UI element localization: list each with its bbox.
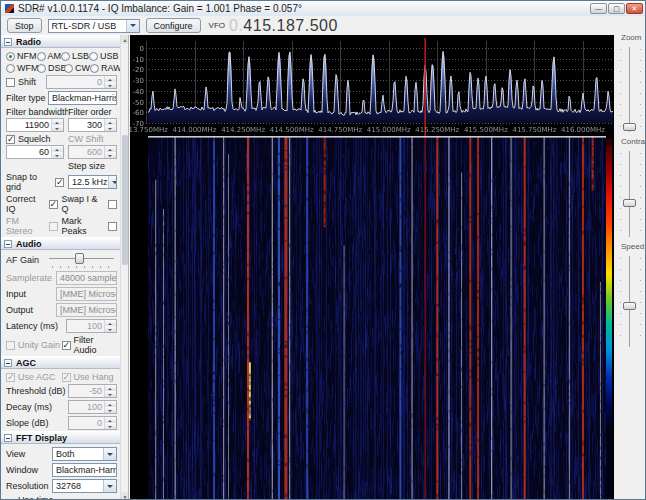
checkbox-icon[interactable] [108, 222, 117, 231]
squelch-input[interactable]: 60 [6, 145, 64, 159]
frequency-display[interactable]: 0.415.187.500 [229, 18, 338, 33]
squelch-checkbox[interactable]: Squelch [6, 134, 68, 144]
slider-thumb[interactable] [623, 123, 636, 131]
mode-lsb[interactable]: LSB [61, 51, 89, 61]
checkbox-icon [6, 373, 15, 382]
cw-shift-input[interactable]: 600 [68, 145, 117, 159]
samplerate-label: Samplerate [6, 273, 56, 283]
radio-icon[interactable] [6, 52, 15, 61]
agc-group-header[interactable]: AGC [1, 356, 121, 369]
radio-icon[interactable] [89, 52, 98, 61]
audio-group-header[interactable]: Audio [1, 237, 121, 250]
checkbox-icon[interactable] [49, 200, 58, 209]
checkbox-icon[interactable] [55, 178, 64, 187]
scroll-down-icon[interactable]: ▼ [121, 492, 129, 500]
collapse-icon[interactable] [4, 240, 12, 248]
mode-am[interactable]: AM [37, 51, 62, 61]
resolution-label: Resolution [6, 481, 52, 491]
contrast-slider[interactable] [623, 151, 637, 237]
collapse-icon[interactable] [4, 434, 12, 442]
checkbox-icon[interactable] [108, 200, 117, 209]
view-select[interactable]: Both [52, 447, 117, 461]
shift-input[interactable]: 0 [46, 75, 117, 89]
mode-nfm[interactable]: NFM [6, 51, 37, 61]
filter-bandwidth-label: Filter bandwidth [6, 107, 68, 117]
audio-input-select: [MME] Microsoft Sound [56, 287, 117, 301]
title-bar[interactable]: SDR# v1.0.0.1174 - IQ Imbalance: Gain = … [1, 1, 645, 16]
configure-button[interactable]: Configure [146, 18, 201, 33]
app-icon [5, 4, 14, 13]
scrollbar-thumb[interactable] [122, 135, 128, 265]
waterfall-display[interactable] [130, 136, 614, 500]
spectrum-plot[interactable] [130, 35, 614, 136]
radio-icon[interactable] [90, 64, 99, 73]
chevron-down-icon[interactable] [103, 480, 116, 492]
filter-order-input[interactable]: 300 [68, 118, 117, 132]
filter-type-select[interactable]: Blackman-Harris 4 [48, 91, 117, 105]
chevron-down-icon[interactable] [126, 20, 139, 32]
mode-dsb[interactable]: DSB [37, 63, 64, 73]
filter-bandwidth-input[interactable]: 11900 [6, 118, 64, 132]
step-size-select[interactable]: 12.5 kHz [68, 175, 117, 189]
slider-thumb[interactable] [623, 302, 636, 310]
stop-button[interactable]: Stop [7, 18, 42, 33]
spinner[interactable] [51, 146, 63, 158]
view-label: View [6, 449, 52, 459]
scroll-up-icon[interactable]: ▲ [121, 35, 129, 44]
spinner[interactable] [104, 146, 116, 158]
radio-icon[interactable] [37, 64, 46, 73]
minimize-icon[interactable]: — [590, 3, 607, 14]
mode-usb[interactable]: USB [89, 51, 119, 61]
speed-slider[interactable] [623, 256, 637, 347]
frequency-digits: 415.187.500 [243, 17, 337, 34]
radio-icon[interactable] [61, 52, 70, 61]
swap-iq-checkbox[interactable]: Swap I & Q [62, 194, 118, 214]
checkbox-icon[interactable] [62, 341, 71, 350]
agc-slope-label: Slope (dB) [6, 418, 68, 428]
slider-thumb[interactable] [75, 253, 84, 264]
spinner[interactable] [51, 119, 63, 131]
filter-order-label: Filter order [68, 107, 112, 117]
slider-thumb[interactable] [623, 199, 636, 207]
radio-icon[interactable] [37, 52, 46, 61]
checkbox-icon[interactable] [6, 135, 15, 144]
resolution-select[interactable]: 32768 [52, 479, 117, 493]
chevron-down-icon[interactable] [108, 176, 117, 188]
radio-group-header[interactable]: Radio [1, 35, 121, 48]
source-select[interactable]: RTL-SDR / USB [48, 19, 140, 33]
mode-wfm[interactable]: WFM [6, 63, 37, 73]
shift-checkbox[interactable]: Shift [6, 77, 46, 87]
filter-type-label: Filter type [6, 93, 48, 103]
maximize-icon[interactable]: ▢ [608, 3, 625, 14]
spinner [104, 385, 116, 397]
chevron-down-icon[interactable] [103, 448, 116, 460]
collapse-icon[interactable] [4, 38, 12, 46]
speed-label: Speed [621, 242, 646, 251]
time-marker-checkbox[interactable]: Use time marker [6, 495, 65, 500]
radio-icon[interactable] [64, 64, 73, 73]
panel-scrollbar[interactable]: ▲ ▼ [120, 35, 128, 500]
radio-icon[interactable] [6, 64, 15, 73]
collapse-icon[interactable] [4, 359, 12, 367]
fft-group-header[interactable]: FFT Display [1, 431, 121, 444]
af-gain-slider[interactable] [49, 252, 114, 269]
agc-threshold-label: Threshold (dB) [6, 386, 68, 396]
display-controls-rail: Zoom Contrast Speed [614, 35, 646, 500]
mode-cw[interactable]: CW [64, 63, 90, 73]
spinner[interactable] [104, 76, 116, 88]
zoom-slider[interactable] [623, 47, 637, 132]
spinner [104, 401, 116, 413]
frequency-leading-zero: 0. [229, 17, 243, 34]
filter-audio-checkbox[interactable]: Filter Audio [62, 335, 118, 355]
checkbox-icon [62, 373, 71, 382]
close-icon[interactable]: ✕ [626, 3, 643, 14]
snap-to-grid-checkbox[interactable]: Snap to grid [6, 172, 68, 192]
fft-window-select[interactable]: Blackman-Harris 4 [52, 463, 117, 477]
mode-raw[interactable]: RAW [90, 63, 122, 73]
checkbox-icon[interactable] [6, 78, 15, 87]
mark-peaks-checkbox[interactable]: Mark Peaks [62, 216, 118, 236]
spinner [104, 417, 116, 429]
unity-gain-checkbox: Unity Gain [6, 340, 62, 350]
correct-iq-checkbox[interactable]: Correct IQ [6, 194, 62, 214]
spinner[interactable] [104, 119, 116, 131]
